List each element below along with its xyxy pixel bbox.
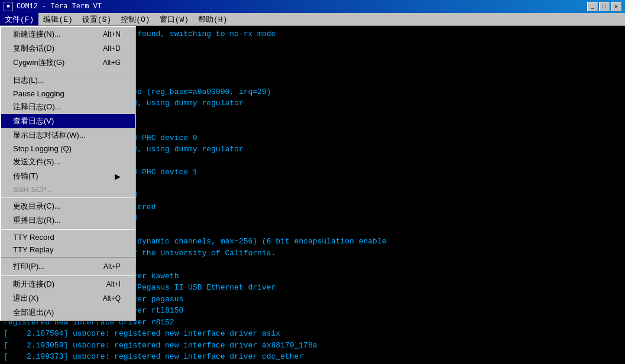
- terminal-line: [ 2.187504] usbcore: registered new inte…: [4, 328, 621, 340]
- menu-item------o----[interactable]: 注释日志(O)...: [1, 100, 135, 114]
- menu-item------c----[interactable]: 更改目录(C)...: [1, 199, 135, 213]
- menu-item----l----[interactable]: 日志(L)...: [1, 73, 135, 87]
- menu-item-label: 打印(P)...: [13, 261, 45, 272]
- menu-settings[interactable]: 设置(S): [77, 13, 116, 25]
- window-title: COM12 - Tera Term VT: [17, 2, 102, 11]
- menu-item------a-[interactable]: 全部退出(A): [1, 306, 135, 320]
- menu-item---------w----[interactable]: 显示日志对话框(W)...: [1, 128, 135, 142]
- menu-item-ssh-scp---: SSH SCP...: [1, 183, 135, 196]
- minimize-button[interactable]: _: [587, 2, 598, 11]
- menu-item-label: TTY Replay: [13, 245, 53, 254]
- menu-item-label: 全部退出(A): [13, 307, 54, 318]
- menu-item-pause-logging[interactable]: Pause Logging: [1, 87, 135, 100]
- menu-item-label: 复制会话(D): [13, 43, 54, 54]
- maximize-button[interactable]: □: [599, 2, 610, 11]
- menu-window[interactable]: 窗口(W): [155, 13, 193, 25]
- menu-help[interactable]: 帮助(H): [193, 13, 232, 25]
- menu-control[interactable]: 控制(O): [116, 13, 154, 25]
- menu-item-stop-logging--q-[interactable]: Stop Logging (Q): [1, 142, 135, 155]
- menu-item------d-[interactable]: 断开连接(D)Alt+I: [1, 277, 135, 291]
- menu-item-label: 断开连接(D): [13, 279, 54, 290]
- menu-item-shortcut: Alt+G: [103, 58, 121, 67]
- menu-item-label: 退出(X): [13, 293, 38, 304]
- menu-item-label: 新建连接(N)...: [13, 29, 61, 40]
- menu-item----t-[interactable]: 传输(T)▶: [1, 169, 135, 183]
- menu-item----x-[interactable]: 退出(X)Alt+Q: [1, 291, 135, 306]
- terminal-line: [ 2.193059] usbcore: registered new inte…: [4, 340, 621, 352]
- menu-item-label: 日志(L)...: [13, 75, 44, 86]
- menu-item------r----[interactable]: 重播日志(R)...: [1, 213, 135, 228]
- menu-item------d-[interactable]: 复制会话(D)Alt+D: [1, 41, 135, 56]
- menu-item------n----[interactable]: 新建连接(N)...Alt+N: [1, 27, 135, 41]
- menu-separator: [1, 275, 135, 276]
- menu-edit[interactable]: 编辑(E): [38, 13, 77, 25]
- menu-separator: [1, 257, 135, 258]
- menu-item-label: Stop Logging (Q): [13, 144, 72, 153]
- menu-item------s----[interactable]: 发送文件(S)...: [1, 155, 135, 169]
- menu-item-label: Pause Logging: [13, 89, 64, 98]
- file-dropdown-menu: 新建连接(N)...Alt+N复制会话(D)Alt+DCygwin连接(G)Al…: [0, 26, 136, 321]
- menu-item-shortcut: Alt+P: [103, 262, 121, 271]
- menu-item-shortcut: Alt+N: [103, 30, 121, 38]
- submenu-arrow-icon: ▶: [115, 172, 121, 181]
- menu-separator: [1, 197, 135, 198]
- menu-item-label: 重播日志(R)...: [13, 215, 61, 226]
- menu-item-shortcut: Alt+I: [106, 280, 121, 288]
- menu-item-tty-replay[interactable]: TTY Replay: [1, 243, 135, 256]
- menu-item-shortcut: Alt+Q: [103, 294, 121, 303]
- close-button[interactable]: ✕: [611, 2, 621, 11]
- menu-item-label: Cygwin连接(G): [13, 57, 64, 68]
- menu-item------v-[interactable]: 查看日志(V): [1, 114, 135, 128]
- menu-item-label: 传输(T): [13, 171, 38, 181]
- menu-item-label: 查看日志(V): [13, 116, 54, 126]
- menu-separator: [1, 229, 135, 230]
- menu-item-label: 注释日志(O)...: [13, 102, 61, 112]
- title-bar: ■ COM12 - Tera Term VT _ □ ✕: [0, 0, 625, 13]
- menu-separator: [1, 71, 135, 72]
- menu-item-label: 发送文件(S)...: [13, 157, 60, 167]
- menu-item-label: TTY Record: [13, 233, 54, 242]
- menu-item-label: SSH SCP...: [13, 185, 52, 194]
- menu-item-shortcut: Alt+D: [103, 44, 121, 53]
- app-icon: ■: [4, 2, 13, 11]
- terminal-line: [ 2.199373] usbcore: registered new inte…: [4, 351, 621, 363]
- menu-bar: 文件(F) 编辑(E) 设置(S) 控制(O) 窗口(W) 帮助(H): [0, 13, 625, 26]
- menu-item----p----[interactable]: 打印(P)...Alt+P: [1, 259, 135, 274]
- menu-item-label: 更改目录(C)...: [13, 201, 61, 212]
- menu-file[interactable]: 文件(F): [0, 13, 38, 25]
- menu-item-tty-record[interactable]: TTY Record: [1, 231, 135, 243]
- menu-item-label: 显示日志对话框(W)...: [13, 130, 86, 141]
- menu-item-cygwin---g-[interactable]: Cygwin连接(G)Alt+G: [1, 56, 135, 70]
